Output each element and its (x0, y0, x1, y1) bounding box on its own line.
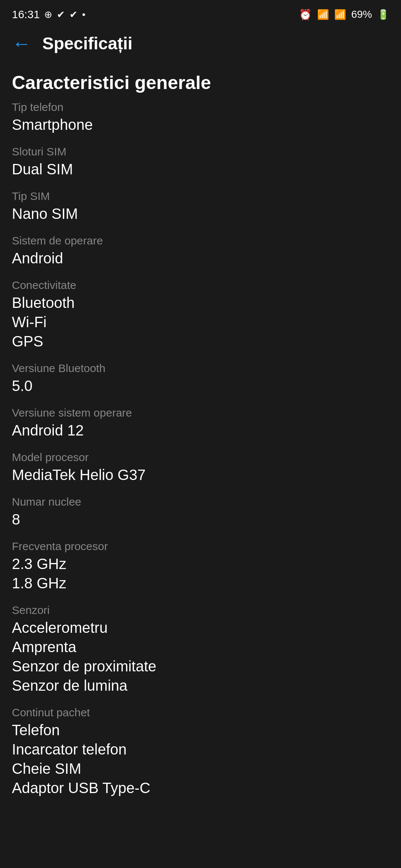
spec-label: Frecventa procesor (12, 540, 389, 553)
spec-value-line: Android 12 (12, 421, 389, 440)
spec-item: Versiune Bluetooth5.0 (12, 362, 389, 395)
spec-item: Sistem de operareAndroid (12, 234, 389, 268)
spec-label: Senzori (12, 604, 389, 617)
spec-value: 5.0 (12, 376, 389, 395)
location-icon: ⊕ (44, 9, 52, 20)
spec-label: Conectivitate (12, 279, 389, 292)
toolbar-title: Specificații (42, 33, 133, 53)
spec-value: MediaTek Helio G37 (12, 465, 389, 484)
spec-value-line: Cheie SIM (12, 759, 389, 778)
toolbar: ← Specificații (0, 26, 401, 61)
spec-value: TelefonIncarcator telefonCheie SIMAdapto… (12, 720, 389, 798)
battery-icon: 🔋 (377, 9, 389, 20)
spec-value-line: 5.0 (12, 376, 389, 395)
spec-item: Model procesorMediaTek Helio G37 (12, 451, 389, 484)
battery-level: 69% (351, 9, 372, 20)
check-icon-1: ✔ (57, 9, 65, 20)
spec-value-line: Android (12, 249, 389, 268)
status-bar: 16:31 ⊕ ✔ ✔ • ⏰ 📶 📶 69% 🔋 (0, 0, 401, 26)
spec-value-line: MediaTek Helio G37 (12, 465, 389, 484)
signal-icon: 📶 (334, 9, 346, 20)
spec-label: Continut pachet (12, 706, 389, 719)
spec-value-line: Wi-Fi (12, 312, 389, 332)
spec-item: Tip SIMNano SIM (12, 190, 389, 223)
spec-label: Tip SIM (12, 190, 389, 203)
spec-value-line: 8 (12, 510, 389, 529)
spec-label: Sistem de operare (12, 234, 389, 247)
status-left: 16:31 ⊕ ✔ ✔ • (12, 8, 85, 21)
spec-item: Versiune sistem operareAndroid 12 (12, 407, 389, 440)
spec-value-line: Senzor de lumina (12, 676, 389, 695)
spec-value-line: Senzor de proximitate (12, 657, 389, 676)
spec-item: SenzoriAccelerometruAmprentaSenzor de pr… (12, 604, 389, 695)
spec-label: Sloturi SIM (12, 145, 389, 158)
spec-label: Numar nuclee (12, 496, 389, 508)
spec-value-line: 2.3 GHz (12, 554, 389, 573)
spec-item: Frecventa procesor2.3 GHz1.8 GHz (12, 540, 389, 593)
spec-value-line: GPS (12, 332, 389, 351)
alarm-icon: ⏰ (299, 9, 312, 21)
spec-value-line: Amprenta (12, 637, 389, 657)
spec-label: Model procesor (12, 451, 389, 464)
spec-value-line: Bluetooth (12, 293, 389, 312)
dot-icon: • (82, 9, 85, 20)
spec-item: Continut pachetTelefonIncarcator telefon… (12, 706, 389, 798)
time-display: 16:31 (12, 8, 40, 21)
back-button[interactable]: ← (12, 34, 31, 53)
spec-value: 8 (12, 510, 389, 529)
spec-item: Numar nuclee8 (12, 496, 389, 529)
spec-item: Sloturi SIMDual SIM (12, 145, 389, 179)
spec-value: Android (12, 249, 389, 268)
spec-value: Dual SIM (12, 160, 389, 179)
spec-value: BluetoothWi-FiGPS (12, 293, 389, 351)
spec-value-line: Incarcator telefon (12, 740, 389, 759)
spec-item: Tip telefonSmartphone (12, 101, 389, 134)
spec-value: 2.3 GHz1.8 GHz (12, 554, 389, 593)
spec-value: AccelerometruAmprentaSenzor de proximita… (12, 618, 389, 695)
spec-value-line: Adaptor USB Type-C (12, 778, 389, 798)
spec-value-line: Accelerometru (12, 618, 389, 637)
spec-value-line: Dual SIM (12, 160, 389, 179)
spec-label: Tip telefon (12, 101, 389, 114)
spec-value-line: Smartphone (12, 115, 389, 134)
spec-label: Versiune Bluetooth (12, 362, 389, 375)
spec-value: Smartphone (12, 115, 389, 134)
spec-value: Nano SIM (12, 204, 389, 223)
spec-value-line: 1.8 GHz (12, 573, 389, 593)
spec-item: ConectivitateBluetoothWi-FiGPS (12, 279, 389, 351)
wifi-icon: 📶 (317, 9, 329, 20)
section-title: Caracteristici generale (0, 61, 401, 101)
spec-value-line: Nano SIM (12, 204, 389, 223)
status-right: ⏰ 📶 📶 69% 🔋 (299, 9, 389, 21)
spec-label: Versiune sistem operare (12, 407, 389, 419)
check-icon-2: ✔ (69, 9, 78, 20)
spec-value-line: Telefon (12, 720, 389, 740)
spec-value: Android 12 (12, 421, 389, 440)
spec-list: Tip telefonSmartphoneSloturi SIMDual SIM… (0, 101, 401, 798)
